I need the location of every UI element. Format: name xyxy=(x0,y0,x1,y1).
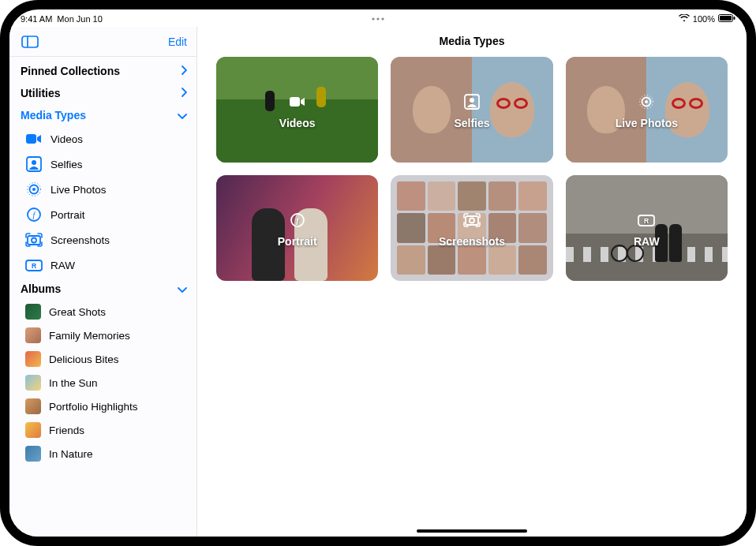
tile-selfies[interactable]: Selfies xyxy=(391,57,552,163)
svg-point-29 xyxy=(470,219,474,223)
sidebar-item-raw[interactable]: RRAW xyxy=(9,252,196,278)
sidebar-album-family[interactable]: Family Memories xyxy=(9,323,196,347)
tile-livephotos[interactable]: Live Photos xyxy=(566,57,728,163)
sidebar-album-sun[interactable]: In the Sun xyxy=(9,371,196,395)
sidebar-section-label: Albums xyxy=(21,282,61,295)
media-type-grid: VideosSelfiesLive PhotosfPortraitScreens… xyxy=(197,57,747,281)
svg-rect-20 xyxy=(290,97,300,107)
album-list: Great ShotsFamily MemoriesDelicious Bite… xyxy=(9,300,196,466)
album-thumbnail xyxy=(25,327,41,343)
tile-label: Screenshots xyxy=(439,235,505,248)
sidebar-item-label: RAW xyxy=(51,260,75,271)
sidebar-album-bites[interactable]: Delicious Bites xyxy=(9,347,196,371)
svg-point-10 xyxy=(32,160,36,165)
selfie-icon xyxy=(25,156,43,172)
svg-rect-5 xyxy=(734,17,735,20)
sidebar-item-label: Family Memories xyxy=(49,330,130,342)
sidebar-icon xyxy=(21,36,39,48)
sidebar-item-selfies[interactable]: Selfies xyxy=(9,151,196,177)
chevron-down-icon xyxy=(178,109,187,122)
battery-percent: 100% xyxy=(693,14,715,24)
sidebar-section-pinned[interactable]: Pinned Collections xyxy=(9,60,196,82)
svg-text:R: R xyxy=(644,217,649,225)
main-content: Media Types VideosSelfiesLive PhotosfPor… xyxy=(197,27,747,537)
multitask-dots-icon[interactable] xyxy=(370,13,386,24)
sidebar-toggle-button[interactable] xyxy=(19,33,41,50)
svg-point-12 xyxy=(32,188,36,191)
battery-icon xyxy=(718,14,735,24)
sidebar-item-label: Friends xyxy=(49,424,84,436)
sidebar-item-videos[interactable]: Videos xyxy=(9,126,196,151)
screenshot-icon xyxy=(460,208,484,232)
home-indicator[interactable] xyxy=(417,529,527,533)
tile-raw[interactable]: RRAW xyxy=(566,175,728,281)
tile-portrait[interactable]: fPortrait xyxy=(216,175,378,281)
sidebar-section-label: Utilities xyxy=(21,87,61,99)
svg-text:f: f xyxy=(296,216,300,225)
sidebar-item-label: In the Sun xyxy=(49,377,98,389)
sidebar-section-media-types[interactable]: Media Types xyxy=(9,104,196,126)
svg-rect-4 xyxy=(720,16,732,21)
album-thumbnail xyxy=(25,375,41,391)
svg-point-0 xyxy=(372,17,374,20)
screenshot-icon xyxy=(25,232,43,248)
video-icon xyxy=(25,131,43,147)
tile-videos[interactable]: Videos xyxy=(216,57,378,163)
album-thumbnail xyxy=(25,304,41,320)
sidebar: Edit Pinned Collections Utilities Med xyxy=(9,27,197,537)
tile-screenshots[interactable]: Screenshots xyxy=(391,175,552,281)
raw-icon: R xyxy=(634,208,658,232)
edit-button[interactable]: Edit xyxy=(168,36,187,48)
sidebar-section-albums[interactable]: Albums xyxy=(9,278,196,300)
svg-point-17 xyxy=(32,238,36,243)
page-title: Media Types xyxy=(197,27,747,57)
chevron-right-icon xyxy=(181,87,187,99)
svg-point-2 xyxy=(381,17,384,20)
sidebar-item-label: Videos xyxy=(51,133,83,145)
svg-rect-8 xyxy=(26,134,36,144)
sidebar-item-label: Selfies xyxy=(51,159,83,170)
raw-icon: R xyxy=(25,257,43,273)
sidebar-item-label: Delicious Bites xyxy=(49,353,119,365)
sidebar-item-portrait[interactable]: fPortrait xyxy=(9,202,196,227)
sidebar-item-screenshots[interactable]: Screenshots xyxy=(9,227,196,252)
tile-label: Portrait xyxy=(278,235,317,248)
wifi-icon xyxy=(679,14,690,24)
sidebar-album-friends[interactable]: Friends xyxy=(9,418,196,442)
sidebar-item-label: Portfolio Highlights xyxy=(49,401,138,413)
tile-label: Live Photos xyxy=(616,117,678,129)
album-thumbnail xyxy=(25,398,41,414)
sidebar-section-utilities[interactable]: Utilities xyxy=(9,82,196,104)
svg-text:f: f xyxy=(33,211,36,219)
livephotos-icon xyxy=(25,181,43,197)
status-date: Mon Jun 10 xyxy=(57,14,102,24)
sidebar-item-label: Portrait xyxy=(51,209,85,221)
album-thumbnail xyxy=(25,351,41,367)
portrait-icon: f xyxy=(25,207,43,223)
sidebar-item-label: Screenshots xyxy=(51,234,110,246)
device-frame: 9:41 AM Mon Jun 10 100% Edit xyxy=(0,0,756,546)
sidebar-album-portfolio[interactable]: Portfolio Highlights xyxy=(9,395,196,418)
sidebar-album-great[interactable]: Great Shots xyxy=(9,300,196,323)
tile-label: Videos xyxy=(279,117,316,129)
status-time: 9:41 AM xyxy=(21,14,52,24)
selfie-icon xyxy=(460,90,484,114)
video-icon xyxy=(286,90,309,114)
sidebar-scroll[interactable]: Pinned Collections Utilities Media Types xyxy=(9,57,196,537)
svg-rect-6 xyxy=(22,36,38,47)
sidebar-section-label: Media Types xyxy=(21,109,86,122)
sidebar-item-label: In Nature xyxy=(49,448,93,460)
svg-text:R: R xyxy=(32,262,36,270)
portrait-icon: f xyxy=(286,208,309,232)
status-bar: 9:41 AM Mon Jun 10 100% xyxy=(9,9,747,27)
sidebar-item-label: Great Shots xyxy=(49,306,106,318)
sidebar-item-label: Live Photos xyxy=(51,184,107,196)
sidebar-item-livephotos[interactable]: Live Photos xyxy=(9,177,196,202)
sidebar-section-label: Pinned Collections xyxy=(21,65,120,77)
sidebar-album-nature[interactable]: In Nature xyxy=(9,442,196,466)
album-thumbnail xyxy=(25,446,41,462)
tile-label: Selfies xyxy=(454,117,489,129)
chevron-down-icon xyxy=(178,282,187,295)
svg-point-1 xyxy=(376,17,379,20)
album-thumbnail xyxy=(25,422,41,438)
